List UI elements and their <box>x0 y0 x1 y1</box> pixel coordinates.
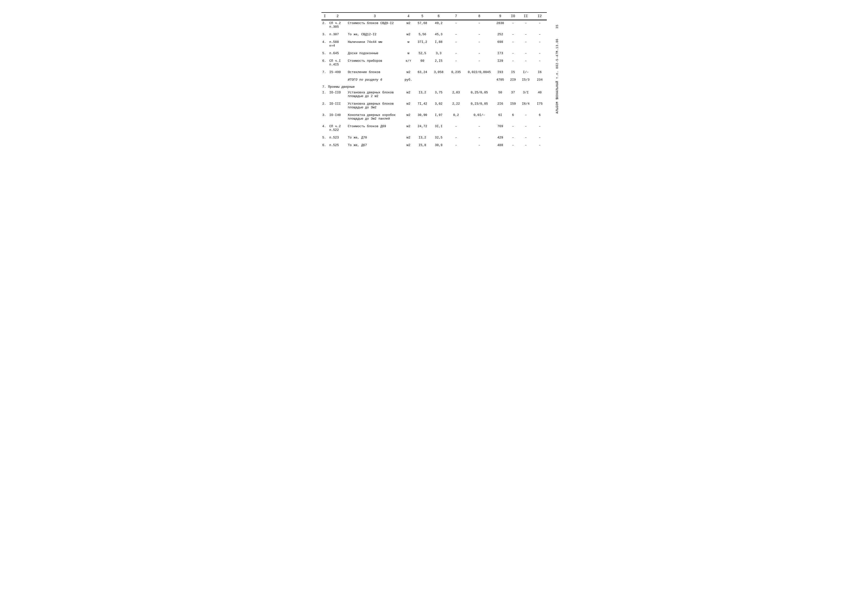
col-header-5: 5 <box>414 12 431 20</box>
data-cell-12: – <box>533 143 547 148</box>
data-cell-7: 2,22 <box>447 101 465 110</box>
data-cell-1: 7. <box>321 69 328 75</box>
data-cell-7: 2,83 <box>447 90 465 99</box>
data-cell-8: – <box>465 51 493 56</box>
data-cell-4: м2 <box>403 143 414 148</box>
table-row: 4.СП ч.2 п.522Стоимость блоков Д69м224,7… <box>321 124 547 133</box>
data-cell-9: I29 <box>493 58 507 67</box>
data-cell-2: СП ч.2 п.522 <box>328 124 347 133</box>
data-cell-3: Наличники 74х44 мм <box>347 39 403 48</box>
data-cell-9: 2838 <box>493 20 507 30</box>
data-cell-2: I5-499 <box>328 69 347 75</box>
data-cell-4: м2 <box>403 32 414 37</box>
total-cell-12: 234 <box>533 77 547 82</box>
total-cell-5 <box>414 77 431 82</box>
data-cell-7: – <box>447 39 465 48</box>
data-cell-5: 5,56 <box>414 32 431 37</box>
data-cell-6: 49,2 <box>431 20 446 30</box>
table-row: ИТОГО по разделу 6руб.47052I9I5/3234 <box>321 77 547 82</box>
data-cell-10: – <box>507 32 519 37</box>
data-cell-6: 3,058 <box>431 69 446 75</box>
data-cell-8: – <box>465 20 493 30</box>
data-cell-3: Стоимость блоков Д69 <box>347 124 403 133</box>
data-cell-8: – <box>465 124 493 133</box>
data-cell-10: – <box>507 39 519 48</box>
data-cell-5: 30,90 <box>414 112 431 121</box>
data-cell-1: 3. <box>321 32 328 37</box>
data-cell-8: 0,0I/– <box>465 112 493 121</box>
col-header-7: 7 <box>447 12 465 20</box>
col-header-9: 9 <box>493 12 507 20</box>
data-cell-1: 4. <box>321 39 328 48</box>
data-cell-4: м2 <box>403 69 414 75</box>
data-cell-9: I73 <box>493 51 507 56</box>
data-cell-9: 488 <box>493 143 507 148</box>
data-cell-4: м <box>403 51 414 56</box>
data-cell-2: IO-III <box>328 101 347 110</box>
data-cell-2: п.307 <box>328 32 347 37</box>
data-cell-6: 2,I5 <box>431 58 446 67</box>
data-cell-10: – <box>507 135 519 140</box>
data-cell-4: м2 <box>403 112 414 121</box>
data-cell-7: – <box>447 20 465 30</box>
data-cell-11: – <box>519 51 533 56</box>
data-cell-2: СП ч.I п.4I5 <box>328 58 347 67</box>
data-cell-2: п.645 <box>328 51 347 56</box>
data-cell-6: 3I,I <box>431 124 446 133</box>
data-cell-2: IO-I40 <box>328 112 347 121</box>
data-cell-10: – <box>507 51 519 56</box>
data-cell-1: I. <box>321 90 328 99</box>
table-header-row: I 2 3 4 5 6 7 8 9 IO II I2 <box>321 12 547 20</box>
data-cell-12: – <box>533 51 547 56</box>
data-cell-11: – <box>519 39 533 48</box>
data-cell-4: м2 <box>403 101 414 110</box>
table-row: 2.СП ч.2 п.305Стоимость блоков СВД9-I2м2… <box>321 20 547 30</box>
data-cell-5: I3,2 <box>414 135 431 140</box>
table-row: 4.п.588 к=4Наличники 74х44 ммм37I,2I,88–… <box>321 39 547 48</box>
data-cell-2: п.523 <box>328 135 347 140</box>
data-cell-11: – <box>519 58 533 67</box>
data-cell-10: I5 <box>507 69 519 75</box>
col-header-10: IO <box>507 12 519 20</box>
data-cell-3: Стоимость блоков СВД9-I2 <box>347 20 403 30</box>
data-cell-2: IO-IIO <box>328 90 347 99</box>
side-label-top-text: ЗОНАЛЬНЫЙ т.п. 802-5-47М.13.86 <box>556 39 559 99</box>
data-cell-10: 37 <box>507 90 519 99</box>
col-header-12: I2 <box>533 12 547 20</box>
data-cell-9: 429 <box>493 135 507 140</box>
main-table: I 2 3 4 5 6 7 8 9 IO II I2 2.СП ч.2 п.30… <box>321 12 547 148</box>
data-cell-7: – <box>447 58 465 67</box>
data-cell-5: 63,24 <box>414 69 431 75</box>
data-cell-9: 252 <box>493 32 507 37</box>
data-cell-1: 2. <box>321 101 328 110</box>
total-cell-2 <box>328 77 347 82</box>
data-cell-3: Конопатка дверных коробок площадью до 3м… <box>347 112 403 121</box>
data-cell-9: I93 <box>493 69 507 75</box>
data-cell-3: То же, СВД12-I2 <box>347 32 403 37</box>
data-cell-7: – <box>447 51 465 56</box>
total-cell-11: I5/3 <box>519 77 533 82</box>
table-row: 2.IO-IIIУстановка дверных блоков площадь… <box>321 101 547 110</box>
col-header-1: I <box>321 12 328 20</box>
total-cell-10: 2I9 <box>507 77 519 82</box>
data-cell-2: п.525 <box>328 143 347 148</box>
data-cell-4: м2 <box>403 135 414 140</box>
data-cell-5: 37I,2 <box>414 39 431 48</box>
data-cell-12: 6 <box>533 112 547 121</box>
data-cell-11: I/– <box>519 69 533 75</box>
table-row: 5.п.645Доски подоконныем52,53,3––I73––– <box>321 51 547 56</box>
data-cell-9: 6I <box>493 112 507 121</box>
data-cell-12: – <box>533 20 547 30</box>
total-cell-8 <box>465 77 493 82</box>
data-cell-11: – <box>519 20 533 30</box>
data-cell-8: – <box>465 143 493 148</box>
data-cell-4: м <box>403 39 414 48</box>
data-cell-3: То же, Д67 <box>347 143 403 148</box>
table-row: 7. Проемы дверные <box>321 82 547 90</box>
total-cell-3: ИТОГО по разделу 6 <box>347 77 403 82</box>
data-cell-1: 6. <box>321 58 328 67</box>
data-cell-12: – <box>533 32 547 37</box>
data-cell-10: – <box>507 58 519 67</box>
data-cell-6: 32,5 <box>431 135 446 140</box>
data-cell-3: Доски подоконные <box>347 51 403 56</box>
